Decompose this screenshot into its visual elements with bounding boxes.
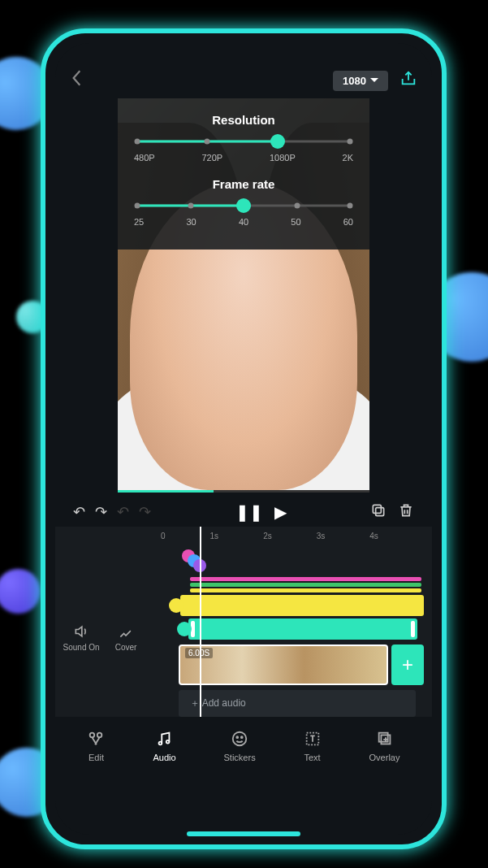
resolution-label: Resolution: [134, 113, 353, 127]
resolution-slider[interactable]: [137, 135, 350, 148]
tab-audio[interactable]: Audio: [153, 730, 175, 762]
resolution-dropdown[interactable]: 1080: [333, 71, 388, 91]
overlay-track-yellow[interactable]: [180, 595, 424, 616]
timeline-side-controls: Sound On Cover: [55, 546, 145, 717]
sound-toggle[interactable]: Sound On: [63, 623, 100, 717]
svg-point-2: [90, 733, 95, 738]
cover-button[interactable]: Cover: [115, 623, 137, 717]
svg-rect-0: [376, 508, 384, 516]
redo-disabled-icon: ↷: [139, 503, 151, 521]
video-clip-row: 6.00S +: [179, 644, 424, 685]
tab-text[interactable]: Text: [304, 730, 322, 762]
tab-edit[interactable]: Edit: [87, 730, 105, 762]
header: 1080: [55, 43, 432, 98]
redo-icon[interactable]: ↷: [95, 503, 107, 521]
home-indicator: [187, 831, 300, 836]
undo-icon[interactable]: ↶: [73, 503, 85, 521]
video-preview[interactable]: Resolution 480P 720P 1080P 2K Frame rate: [118, 98, 369, 490]
share-icon[interactable]: [399, 70, 417, 91]
add-audio-row[interactable]: ＋ Add audio: [179, 690, 416, 717]
effect-track-1[interactable]: [190, 577, 421, 581]
clip-handle-right[interactable]: [411, 621, 415, 637]
video-clip[interactable]: 6.00S: [179, 644, 388, 685]
svg-point-6: [233, 732, 247, 746]
tab-stickers[interactable]: Stickers: [224, 730, 256, 762]
undo-disabled-icon: ↶: [117, 503, 129, 521]
svg-point-7: [236, 736, 238, 738]
resolution-value: 1080: [343, 75, 366, 87]
phone-frame: 1080 Resolution: [41, 28, 447, 849]
track-markers: [182, 549, 424, 572]
effect-track-2[interactable]: [190, 583, 421, 587]
svg-point-5: [166, 740, 170, 744]
duplicate-icon[interactable]: [370, 502, 387, 522]
svg-point-4: [159, 742, 162, 745]
transport-bar: ↶ ↷ ↶ ↷ ❚❚ ▶: [55, 493, 432, 527]
framerate-label: Frame rate: [134, 177, 353, 191]
back-chevron-icon[interactable]: [70, 69, 84, 92]
export-settings-panel: Resolution 480P 720P 1080P 2K Frame rate: [118, 98, 369, 250]
time-ruler: 0 1s 2s 3s 4s: [55, 532, 432, 546]
playhead[interactable]: [200, 527, 201, 717]
play-icon[interactable]: ▶: [274, 502, 287, 522]
svg-rect-11: [378, 733, 387, 742]
trash-icon[interactable]: [398, 502, 414, 522]
resolution-stops: 480P 720P 1080P 2K: [134, 153, 353, 163]
app-screen: 1080 Resolution: [55, 43, 432, 835]
timeline[interactable]: 0 1s 2s 3s 4s Sound On Cover: [55, 527, 432, 717]
bottom-tabs: Edit Audio Stickers Text Overlay: [55, 717, 432, 783]
pause-icon[interactable]: ❚❚: [235, 502, 263, 522]
framerate-stops: 25 30 40 50 60: [134, 217, 353, 227]
tracks-container: 6.00S + ＋ Add audio: [145, 546, 432, 717]
add-clip-button[interactable]: +: [391, 644, 424, 685]
svg-point-3: [97, 733, 102, 738]
overlay-track-teal[interactable]: [188, 618, 417, 640]
svg-point-8: [241, 736, 243, 738]
framerate-slider[interactable]: [137, 199, 350, 212]
effect-track-3[interactable]: [190, 588, 421, 592]
tab-overlay[interactable]: Overlay: [369, 730, 400, 762]
svg-rect-1: [373, 505, 381, 513]
